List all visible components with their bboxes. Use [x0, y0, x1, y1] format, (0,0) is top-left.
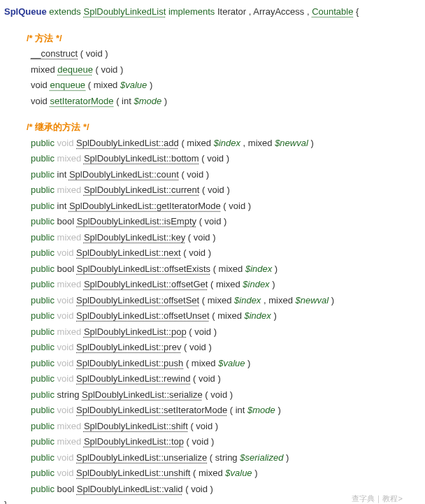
method-link[interactable]: SplDoublyLinkedList::push: [76, 358, 183, 368]
inherited-method-row: public void SplDoublyLinkedList::offsetU…: [4, 309, 421, 323]
method-link[interactable]: SplDoublyLinkedList::bottom: [84, 153, 199, 164]
method-link[interactable]: enqueue: [50, 80, 85, 90]
method-link[interactable]: SplDoublyLinkedList::serialize: [82, 389, 203, 400]
method-params: ( void ): [187, 326, 217, 337]
visibility-keyword: public: [31, 468, 55, 478]
inherited-method-row: public void SplDoublyLinkedList::next ( …: [4, 246, 421, 260]
method-link[interactable]: SplDoublyLinkedList::valid: [77, 484, 183, 494]
return-type: void: [31, 96, 48, 106]
visibility-keyword: public: [31, 247, 55, 258]
inherited-comment: /* 继承的方法 */: [4, 120, 421, 134]
inherited-method-row: public string SplDoublyLinkedList::seria…: [4, 388, 421, 402]
method-params: ( void ): [181, 247, 211, 258]
inherited-method-row: public void SplDoublyLinkedList::rewind …: [4, 372, 421, 386]
method-link[interactable]: dequeue: [57, 64, 93, 75]
extends-keyword: extends: [49, 6, 81, 17]
inherited-comment-text: /* 继承的方法 */: [27, 122, 89, 132]
method-link[interactable]: SplDoublyLinkedList::rewind: [76, 373, 190, 384]
method-link[interactable]: SplDoublyLinkedList::count: [69, 169, 179, 180]
method-params: ( void ): [183, 484, 213, 494]
return-type: bool: [57, 216, 75, 226]
visibility-keyword: public: [31, 405, 55, 415]
return-type: void: [57, 405, 74, 415]
method-row: void setIteratorMode ( int $mode ): [4, 94, 421, 108]
return-type: int: [57, 201, 67, 211]
method-link[interactable]: SplDoublyLinkedList::top: [84, 436, 184, 447]
method-link[interactable]: SplDoublyLinkedList::prev: [76, 342, 181, 352]
method-link[interactable]: setIteratorMode: [50, 96, 113, 106]
method-params: ( void ): [185, 232, 215, 243]
inherited-method-row: public int SplDoublyLinkedList::count ( …: [4, 168, 421, 182]
method-link[interactable]: SplDoublyLinkedList::offsetGet: [84, 279, 208, 289]
watermark: 查字典｜教程> jiaocheng.chazidian.com: [352, 493, 421, 505]
method-link[interactable]: SplDoublyLinkedList::offsetExists: [77, 264, 210, 274]
return-type: void: [57, 310, 74, 321]
close-brace: }: [4, 499, 7, 504]
return-type: void: [57, 373, 74, 384]
method-link[interactable]: SplDoublyLinkedList::next: [76, 247, 181, 258]
method-params: ( void ): [203, 389, 233, 400]
method-link[interactable]: SplDoublyLinkedList::offsetSet: [76, 295, 199, 305]
class-name: SplQueue: [4, 6, 47, 17]
return-type: void: [57, 358, 74, 368]
method-params: ( mixed $value ): [183, 358, 250, 368]
method-params: ( void ): [199, 153, 229, 164]
inherited-method-row: public void SplDoublyLinkedList::add ( m…: [4, 136, 421, 150]
return-type: void: [31, 80, 48, 90]
method-link[interactable]: SplDoublyLinkedList::current: [84, 185, 199, 195]
visibility-keyword: public: [31, 279, 55, 289]
method-link[interactable]: SplDoublyLinkedList::isEmpty: [77, 216, 196, 226]
return-type: void: [57, 247, 74, 258]
method-link[interactable]: SplDoublyLinkedList::shift: [84, 421, 188, 431]
parent-class-link[interactable]: SplDoublyLinkedList: [83, 6, 166, 17]
visibility-keyword: public: [31, 358, 55, 368]
method-params: ( mixed $index ): [208, 279, 275, 289]
inherited-method-row: public int SplDoublyLinkedList::getItera…: [4, 199, 421, 213]
class-declaration: SplQueue extends SplDoublyLinkedList imp…: [4, 5, 421, 19]
method-link[interactable]: SplDoublyLinkedList::offsetUnset: [76, 310, 210, 321]
method-params: ( mixed $index ): [210, 310, 277, 321]
visibility-keyword: public: [31, 452, 55, 463]
method-params: ( mixed $value ): [190, 468, 257, 478]
return-type: void: [57, 342, 74, 352]
visibility-keyword: public: [31, 326, 55, 337]
visibility-keyword: public: [31, 295, 55, 305]
visibility-keyword: public: [31, 264, 55, 274]
return-type: mixed: [57, 185, 82, 195]
method-params: ( void ): [78, 48, 108, 59]
method-row: void enqueue ( mixed $value ): [4, 78, 421, 92]
method-row: mixed dequeue ( void ): [4, 63, 421, 77]
method-link[interactable]: __construct: [31, 48, 78, 59]
method-link[interactable]: SplDoublyLinkedList::unserialize: [76, 452, 207, 463]
method-link[interactable]: SplDoublyLinkedList::getIteratorMode: [69, 201, 221, 211]
return-type: mixed: [57, 326, 82, 337]
inherited-method-row: public bool SplDoublyLinkedList::isEmpty…: [4, 215, 421, 229]
inherited-method-row: public mixed SplDoublyLinkedList::top ( …: [4, 435, 421, 449]
method-params: ( void ): [93, 64, 123, 75]
method-link[interactable]: SplDoublyLinkedList::add: [76, 138, 179, 148]
return-type: mixed: [57, 436, 82, 447]
method-link[interactable]: SplDoublyLinkedList::key: [84, 232, 185, 243]
method-params: ( void ): [184, 436, 214, 447]
method-params: ( void ): [196, 216, 226, 226]
return-type: void: [57, 138, 74, 148]
inherited-method-row: public void SplDoublyLinkedList::unseria…: [4, 451, 421, 465]
method-link[interactable]: SplDoublyLinkedList::pop: [84, 326, 187, 337]
visibility-keyword: public: [31, 153, 55, 164]
return-type: void: [57, 468, 74, 478]
return-type: mixed: [57, 232, 82, 243]
interface-countable-link[interactable]: Countable: [312, 6, 353, 17]
open-brace: {: [356, 6, 359, 17]
inherited-method-row: public bool SplDoublyLinkedList::offsetE…: [4, 262, 421, 276]
inherited-method-row: public mixed SplDoublyLinkedList::pop ( …: [4, 325, 421, 339]
method-link[interactable]: SplDoublyLinkedList::setIteratorMode: [76, 405, 227, 415]
return-type: mixed: [57, 421, 82, 431]
method-params: ( void ): [199, 185, 229, 195]
visibility-keyword: public: [31, 373, 55, 384]
visibility-keyword: public: [31, 169, 55, 180]
return-type: mixed: [31, 64, 55, 75]
return-type: string: [57, 389, 80, 400]
return-type: bool: [57, 264, 75, 274]
method-link[interactable]: SplDoublyLinkedList::unshift: [76, 468, 190, 478]
method-params: ( void ): [181, 342, 211, 352]
